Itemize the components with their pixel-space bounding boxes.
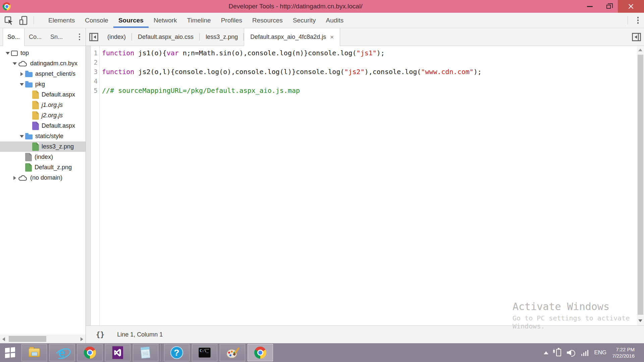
code-token: "js2" [344,68,364,76]
tree-item[interactable]: (index) [0,152,86,162]
devtools-menu-button[interactable] [637,13,639,28]
tree-item[interactable]: Default.aspx [0,89,86,100]
navigator-tab[interactable]: Sn... [46,28,67,46]
taskbar-button-command-prompt[interactable]: C:\_ [192,344,217,361]
clock-date: 7/22/2016 [612,353,635,359]
editor-tab[interactable]: Default.aspx_aio.css [132,28,200,46]
navigator-more-tabs-button[interactable] [79,28,80,46]
scroll-down-icon[interactable] [638,319,642,322]
folder-icon [25,81,33,87]
code-content[interactable]: function js1(o){var n;n=Math.sin(o),cons… [100,46,644,325]
tree-item[interactable]: Default.aspx [0,121,86,131]
tree-item[interactable]: top [0,48,86,58]
tree-item[interactable]: j2.org.js [0,110,86,121]
close-tab-icon[interactable]: × [330,34,334,40]
device-toolbar-button[interactable] [18,13,30,28]
taskbar-button-visual-studio[interactable] [105,344,130,361]
volume-icon[interactable] [567,349,576,356]
show-sidebar-icon [632,33,641,41]
code-token: js1(o){ [134,49,166,57]
taskbar-button-chrome[interactable] [248,344,273,361]
cursor-position-label: Line 1, Column 1 [117,331,163,338]
chevron-collapsed-icon[interactable] [11,176,18,180]
scroll-right-icon[interactable] [80,337,83,341]
editor-tab-label: less3_z.png [206,34,238,41]
window-controls [580,0,644,13]
tree-item[interactable]: pkg [0,79,86,89]
editor-tab[interactable]: (index) [101,28,132,46]
tree-item[interactable]: (no domain) [0,173,86,183]
taskbar-button-paint[interactable] [220,344,245,361]
tab-resources[interactable]: Resources [247,13,288,28]
window-title: Developer Tools - http://datingadm.cn.by… [11,3,580,10]
code-token: "js1" [357,49,377,57]
close-button[interactable] [618,0,644,13]
navigator-tabs: So...Co...Sn... [0,28,86,46]
tree-item[interactable]: static/style [0,131,86,141]
minimize-button[interactable] [580,0,599,13]
editor-tab[interactable]: Default.aspx_aio_4fc8a2d.js× [244,28,340,46]
tree-item[interactable]: j1.org.js [0,100,86,110]
scroll-left-icon[interactable] [2,337,5,341]
tree-item[interactable]: less3_z.png [0,141,86,152]
restore-button[interactable] [599,0,618,13]
code-editor[interactable]: 12345 function js1(o){var n;n=Math.sin(o… [86,46,644,325]
code-token: //# sourceMappingURL=/pkg/Default.aspx_a… [102,86,300,95]
navigator-horizontal-scrollbar[interactable] [0,335,86,343]
restore-icon [606,5,611,9]
line-number: 4 [91,76,99,86]
code-line: //# sourceMappingURL=/pkg/Default.aspx_a… [102,86,644,95]
tree-item[interactable]: aspnet_client/s [0,69,86,79]
file-gray-icon [25,153,32,161]
chevron-expanded-icon[interactable] [11,62,18,65]
hide-navigator-button[interactable] [86,28,101,46]
tree-item[interactable]: Default_z.png [0,162,86,173]
notepad-icon [141,347,151,359]
tree-item-label: datingadm.cn.byx [30,60,77,67]
chevron-expanded-icon[interactable] [18,83,25,86]
devtools-panel-tabs: ElementsConsoleSourcesNetworkTimelinePro… [43,13,348,28]
code-line: function js2(o,l){console.log(o),console… [102,67,644,76]
scrollbar-thumb[interactable] [638,55,643,315]
taskbar-button-notepad[interactable] [133,344,158,361]
power-battery-icon[interactable] [556,349,561,356]
navigator-tab[interactable]: Co... [24,28,46,46]
chevron-expanded-icon[interactable] [18,135,25,138]
tree-item-label: less3_z.png [42,143,74,150]
editor-vertical-scrollbar[interactable] [637,46,644,325]
file-green-icon [32,142,39,151]
editor-tab[interactable]: less3_z.png [200,28,244,46]
pretty-print-button[interactable]: {} [96,330,104,339]
tab-audits[interactable]: Audits [321,13,349,28]
scroll-up-icon[interactable] [638,49,642,51]
tab-profiles[interactable]: Profiles [216,13,247,28]
tab-timeline[interactable]: Timeline [182,13,216,28]
taskbar-button-file-explorer[interactable] [21,344,47,361]
code-line: function js1(o){var n;n=Math.sin(o),cons… [102,48,644,58]
chevron-collapsed-icon[interactable] [18,72,25,76]
tab-security[interactable]: Security [288,13,321,28]
breakpoint-gutter[interactable] [86,46,91,325]
tree-item-label: Default.aspx [42,91,75,98]
taskbar-button-chrome[interactable] [77,344,103,361]
clock[interactable]: 7:22 PM 7/22/2016 [612,346,635,359]
tab-network[interactable]: Network [149,13,182,28]
show-hidden-icons-button[interactable] [544,351,548,354]
screen: Developer Tools - http://datingadm.cn.by… [0,0,644,362]
tree-item[interactable]: datingadm.cn.byx [0,58,86,69]
taskbar-button-help[interactable]: ? [164,344,190,361]
tab-console[interactable]: Console [80,13,113,28]
show-debugger-sidebar-button[interactable] [629,28,644,46]
chevron-expanded-icon[interactable] [4,52,11,55]
start-button[interactable] [0,343,20,362]
scrollbar-thumb[interactable] [9,336,46,342]
inspect-element-button[interactable] [3,13,15,28]
navigator-tab[interactable]: So... [3,28,24,46]
tab-elements[interactable]: Elements [43,13,80,28]
taskbar-button-internet-explorer[interactable]: e [49,344,75,361]
language-indicator[interactable]: ENG [594,349,606,356]
clock-time: 7:22 PM [612,346,635,353]
network-signal-icon[interactable] [581,349,589,356]
hide-navigator-icon [89,33,98,41]
tab-sources[interactable]: Sources [113,13,149,28]
